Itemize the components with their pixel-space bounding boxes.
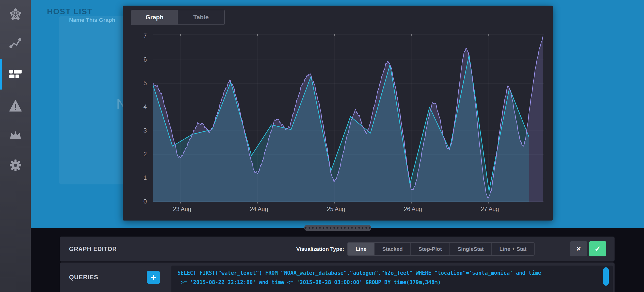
y-tick-label: 6 [128,56,147,63]
viz-option-singlestat[interactable]: SingleStat [450,243,492,255]
y-tick-label: 1 [128,174,147,181]
query-line: SELECT FIRST("water_level") FROM "NOAA_w… [178,268,598,278]
viz-option-step-plot[interactable]: Step-Plot [411,243,450,255]
query-scrollbar[interactable] [603,267,609,286]
x-tick-label: 23 Aug [171,206,193,213]
chart-area: 01234567 23 Aug24 Aug25 Aug26 Aug27 Aug [123,6,553,221]
query-line: >= '2015-08-22 22:12:00' and time <= '20… [178,278,598,287]
sidebar-item-dashboards[interactable] [0,61,31,87]
query-text: SELECT FIRST("water_level") FROM "NOAA_w… [178,268,598,287]
chronograf-logo-icon [9,8,22,21]
x-tick-label: 25 Aug [325,206,347,213]
viz-option-line[interactable]: Line [348,243,375,255]
water-level-chart[interactable] [123,6,553,221]
dashboard-grid-icon [9,70,22,78]
sidebar-item-alerts[interactable] [0,93,31,119]
y-tick-label: 4 [128,103,147,110]
sidebar-item-data-explorer[interactable] [0,30,31,55]
resize-drag-handle[interactable] [304,225,371,231]
crown-icon [9,130,22,140]
graph-editor-header-panel: GRAPH EDITOR Visualization Type: LineSta… [60,237,615,261]
cancel-button[interactable]: × [570,241,587,256]
sidebar-item-logo[interactable] [0,2,31,27]
query-editor[interactable]: SELECT FIRST("water_level") FROM "NOAA_w… [171,266,613,292]
graph-name-label[interactable]: Name This Graph [69,17,115,23]
checkmark-icon: ✓ [594,244,601,253]
graph-preview-dialog: GraphTable 01234567 23 Aug24 Aug25 Aug26… [123,6,553,221]
x-tick-label: 27 Aug [479,206,501,213]
x-tick-label: 26 Aug [402,206,424,213]
y-tick-label: 5 [128,80,147,87]
pulse-graph-icon [9,37,22,49]
sidebar [0,0,31,292]
y-tick-label: 3 [128,127,147,134]
y-tick-label: 0 [128,198,147,205]
sidebar-item-settings[interactable] [0,153,31,178]
add-query-button[interactable]: + [147,271,160,284]
viz-option-line-stat[interactable]: Line + Stat [492,243,534,255]
graph-editor-section: GRAPH EDITOR Visualization Type: LineSta… [31,228,644,292]
x-tick-label: 24 Aug [248,206,270,213]
queries-title: QUERIES [69,262,98,292]
close-icon: × [576,244,581,253]
confirm-button[interactable]: ✓ [589,241,606,256]
visualization-type-group: LineStackedStep-PlotSingleStatLine + Sta… [347,242,535,256]
y-tick-label: 7 [128,32,147,39]
viz-option-stacked[interactable]: Stacked [375,243,411,255]
alert-triangle-icon [9,100,22,112]
y-tick-label: 2 [128,151,147,158]
visualization-type-label: Visualization Type: [250,237,344,261]
graph-editor-title: GRAPH EDITOR [69,237,117,261]
sidebar-item-admin[interactable] [0,122,31,148]
gear-icon [9,159,22,172]
queries-panel: QUERIES + SELECT FIRST("water_level") FR… [60,262,615,292]
page-title: HOST LIST [47,7,93,16]
